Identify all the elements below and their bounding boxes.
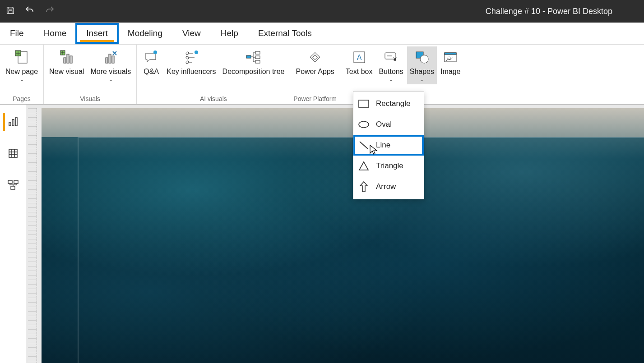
vertical-ruler — [28, 108, 37, 363]
power-apps-label: Power Apps — [296, 67, 334, 76]
more-visuals-button[interactable]: More visuals ⌄ — [88, 46, 134, 84]
ribbon-group-visuals: New visual More visuals ⌄ Visuals — [44, 45, 137, 104]
text-box-icon: A — [352, 48, 366, 66]
canvas-area — [26, 105, 644, 363]
more-visuals-icon — [103, 48, 118, 66]
svg-rect-24 — [255, 56, 260, 59]
save-icon[interactable] — [5, 5, 15, 17]
report-canvas[interactable] — [42, 108, 644, 363]
decomposition-tree-icon — [246, 48, 262, 66]
svg-rect-12 — [109, 54, 111, 63]
new-visual-icon — [59, 48, 74, 66]
tab-modeling[interactable]: Modeling — [118, 24, 172, 43]
triangle-icon — [358, 160, 370, 172]
image-icon — [443, 48, 458, 66]
key-influencers-label: Key influencers — [167, 67, 216, 76]
shapes-label: Shapes — [410, 67, 434, 76]
shape-line-label: Line — [376, 141, 390, 150]
pages-group-label: Pages — [3, 95, 41, 103]
tab-file[interactable]: File — [0, 24, 34, 43]
svg-point-49 — [359, 121, 369, 128]
tab-help[interactable]: Help — [211, 24, 248, 43]
title-bar: Challenge # 10 - Power BI Desktop — [0, 0, 644, 23]
buttons-icon — [384, 48, 399, 66]
window-title: Challenge # 10 - Power BI Desktop — [486, 7, 612, 16]
shape-arrow[interactable]: Arrow — [353, 176, 424, 197]
shape-triangle-label: Triangle — [376, 161, 403, 170]
qna-button[interactable]: Q&A — [139, 46, 163, 78]
svg-rect-35 — [445, 53, 456, 55]
more-visuals-label: More visuals — [90, 67, 131, 76]
power-apps-button[interactable]: Power Apps — [293, 46, 337, 78]
power-apps-icon — [307, 48, 323, 66]
new-page-button[interactable]: New page ⌄ — [3, 46, 41, 84]
shape-oval[interactable]: Oval — [353, 114, 424, 135]
visuals-group-label: Visuals — [46, 95, 134, 103]
left-view-bar — [0, 105, 26, 363]
model-view-button[interactable] — [4, 176, 22, 194]
canvas-background-top — [42, 108, 644, 137]
svg-point-17 — [186, 61, 189, 64]
tab-view[interactable]: View — [172, 24, 211, 43]
rectangle-icon — [358, 98, 370, 110]
svg-rect-47 — [11, 186, 15, 189]
decomposition-tree-label: Decomposition tree — [222, 67, 285, 76]
svg-point-14 — [153, 51, 157, 54]
buttons-button[interactable]: Buttons ⌄ — [376, 46, 406, 84]
svg-rect-45 — [8, 180, 12, 184]
svg-point-21 — [195, 51, 198, 54]
shape-oval-label: Oval — [376, 120, 392, 129]
shape-triangle[interactable]: Triangle — [353, 156, 424, 176]
report-view-button[interactable] — [3, 113, 21, 131]
chevron-down-icon: ⌄ — [20, 77, 24, 83]
chevron-down-icon: ⌄ — [389, 77, 393, 83]
power-platform-group-label: Power Platform — [293, 95, 337, 103]
svg-point-33 — [420, 55, 428, 63]
decomposition-tree-button[interactable]: Decomposition tree — [220, 46, 287, 78]
data-view-button[interactable] — [4, 144, 22, 162]
shapes-icon — [414, 48, 430, 66]
image-label: Image — [440, 67, 460, 76]
tab-home[interactable]: Home — [34, 24, 77, 43]
svg-rect-7 — [70, 56, 72, 63]
svg-rect-25 — [255, 60, 260, 63]
svg-text:A: A — [357, 54, 361, 61]
new-page-icon — [14, 48, 29, 66]
tab-external-tools[interactable]: External Tools — [248, 24, 322, 43]
svg-rect-5 — [64, 58, 66, 63]
svg-rect-37 — [9, 122, 11, 126]
svg-line-50 — [360, 142, 368, 149]
tab-insert[interactable]: Insert — [76, 24, 118, 43]
svg-point-15 — [186, 52, 189, 55]
new-visual-button[interactable]: New visual — [46, 46, 87, 78]
undo-icon[interactable] — [24, 5, 35, 18]
buttons-label: Buttons — [379, 67, 403, 76]
shape-line[interactable]: Line — [353, 135, 424, 156]
svg-point-16 — [186, 56, 189, 59]
svg-rect-48 — [359, 100, 369, 107]
line-icon — [358, 139, 370, 151]
image-button[interactable]: Image — [438, 46, 463, 78]
qna-label: Q&A — [144, 67, 159, 76]
chevron-down-icon: ⌄ — [420, 77, 424, 83]
svg-rect-40 — [9, 149, 17, 157]
redo-icon[interactable] — [44, 5, 55, 18]
key-influencers-button[interactable]: Key influencers — [164, 46, 218, 78]
text-box-button[interactable]: A Text box — [343, 46, 375, 78]
svg-rect-22 — [246, 55, 251, 58]
svg-rect-11 — [106, 58, 108, 63]
key-influencers-icon — [184, 48, 199, 66]
ai-visuals-group-label: AI visuals — [139, 95, 287, 103]
oval-icon — [358, 119, 370, 130]
shape-rectangle[interactable]: Rectangle — [353, 93, 424, 114]
ribbon-tabs: File Home Insert Modeling View Help Exte… — [0, 23, 644, 44]
arrow-icon — [358, 181, 370, 193]
chevron-down-icon: ⌄ — [109, 77, 113, 83]
svg-rect-39 — [15, 118, 17, 126]
shape-arrow-label: Arrow — [376, 182, 396, 191]
shapes-button[interactable]: Shapes ⌄ — [407, 46, 437, 84]
svg-rect-6 — [67, 54, 69, 63]
new-page-label: New page — [5, 67, 38, 76]
svg-rect-38 — [12, 119, 14, 126]
ribbon: New page ⌄ Pages New visual More visuals… — [0, 44, 644, 105]
